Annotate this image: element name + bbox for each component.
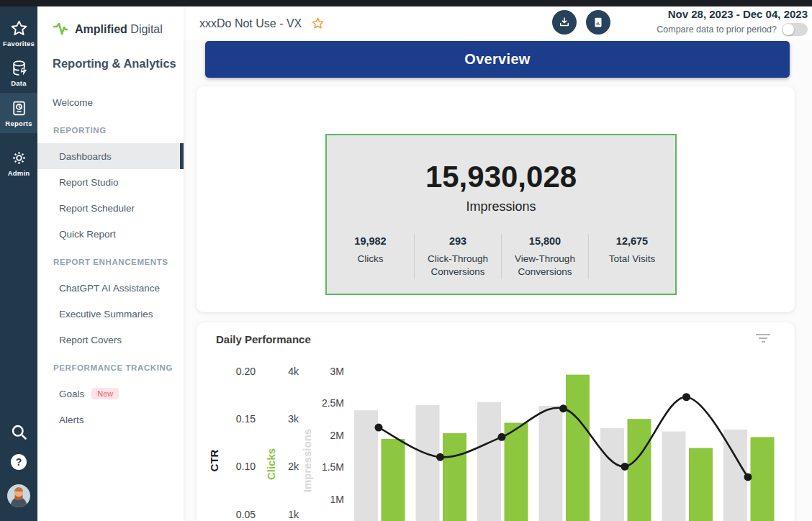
rail-search[interactable] <box>0 422 37 442</box>
report-document-button[interactable] <box>586 10 610 35</box>
metric-value: 12,675 <box>593 235 671 247</box>
brand-name-bold: Amplified <box>75 23 127 35</box>
pulse-logo-icon <box>53 21 71 38</box>
sidebar-menu: WelcomeREPORTINGDashboardsReport StudioR… <box>37 89 184 432</box>
sidebar-item-label: Executive Summaries <box>59 309 153 320</box>
main-content: Overview 15,930,028 Impressions 19,982Cl… <box>184 40 812 521</box>
dashboard-title-row: xxxDo Not Use - VX <box>199 17 325 30</box>
rail-item-label: Favorites <box>3 40 35 47</box>
sidebar-item-report-covers[interactable]: Report Covers <box>37 327 184 353</box>
ctr-point <box>744 473 752 481</box>
clicks-bar <box>382 439 405 521</box>
sidebar-item-quick-report[interactable]: Quick Report <box>37 221 184 247</box>
summary-card: 15,930,028 Impressions 19,982Clicks293Cl… <box>197 86 795 312</box>
brand-name: Amplified Digital <box>75 23 163 36</box>
rail-item-label: Reports <box>5 119 32 127</box>
sidebar-item-label: Dashboards <box>59 151 112 162</box>
star-icon <box>10 19 28 37</box>
metric-view-through-conversions: 15,800View-Through Conversions <box>501 234 588 278</box>
axis-tick: 1.5M <box>322 461 344 473</box>
sidebar-item-label: Report Studio <box>59 177 119 188</box>
dashboard-title: xxxDo Not Use - VX <box>199 17 302 30</box>
metric-clicks: 19,982Clicks <box>327 234 414 278</box>
metric-value: 15,800 <box>506 235 584 247</box>
daily-performance-card: Daily Performance CTR0.200.150.100.05Cli… <box>197 322 795 521</box>
sidebar-section-header: REPORTING <box>37 117 184 143</box>
axis-title-impressions: Impressions <box>301 429 313 492</box>
compare-label: Compare data to prior period? <box>657 24 777 35</box>
metric-label: Click-Through Conversions <box>419 253 497 278</box>
sidebar-item-label: Quick Report <box>59 229 116 240</box>
sidebar-item-welcome[interactable]: Welcome <box>37 89 184 115</box>
daily-performance-plot: CTR0.200.150.100.05Clicks4k3k2k1kImpress… <box>197 322 795 521</box>
axis-tick: 1k <box>288 509 299 520</box>
impressions-bar <box>477 402 501 521</box>
axis-tick: 0.20 <box>236 366 256 377</box>
sidebar-item-label: Welcome <box>53 97 93 108</box>
rail-item-reports[interactable]: Reports <box>0 93 37 133</box>
avatar <box>6 484 31 508</box>
ctr-point <box>559 404 567 412</box>
metric-label: Total Visits <box>593 253 671 266</box>
sidebar-item-goals[interactable]: GoalsNew <box>37 381 184 407</box>
impressions-metric-box: 15,930,028 Impressions 19,982Clicks293Cl… <box>325 134 677 295</box>
sidebar-item-executive-summaries[interactable]: Executive Summaries <box>37 301 184 327</box>
metric-label: Clicks <box>331 253 410 266</box>
sidebar: Amplified Digital Reporting & Analytics … <box>37 6 184 521</box>
help-icon: ? <box>11 454 27 470</box>
toggle-knob <box>782 24 794 35</box>
download-button[interactable] <box>552 10 577 35</box>
clicks-bar <box>689 448 713 521</box>
axis-tick: 4k <box>288 366 299 377</box>
axis-tick: 0.10 <box>236 461 256 472</box>
date-controls: Nov 28, 2023 - Dec 04, 2023 Compare data… <box>657 8 808 36</box>
rail-item-admin[interactable]: Admin <box>0 146 37 184</box>
sidebar-item-dashboards[interactable]: Dashboards <box>37 143 184 169</box>
sidebar-item-label: Alerts <box>59 414 84 425</box>
sidebar-section-header: REPORT ENHANCEMENTS <box>37 249 184 275</box>
sidebar-item-chatgpt-ai-assistance[interactable]: ChatGPT AI Assistance <box>37 275 184 301</box>
axis-tick: 2M <box>330 430 344 441</box>
brand-logo[interactable]: Amplified Digital <box>53 21 163 38</box>
icon-rail: Favorites Data Reports Admin ? <box>0 6 37 521</box>
sidebar-item-report-studio[interactable]: Report Studio <box>37 169 184 195</box>
sidebar-item-label: ChatGPT AI Assistance <box>59 283 160 294</box>
clicks-bar <box>566 375 590 521</box>
sidebar-item-label: Report Scheduler <box>59 203 135 214</box>
rail-help[interactable]: ? <box>0 454 37 470</box>
sidebar-item-report-scheduler[interactable]: Report Scheduler <box>37 195 184 221</box>
impressions-bar <box>354 410 378 521</box>
compare-row: Compare data to prior period? <box>657 23 808 36</box>
date-range[interactable]: Nov 28, 2023 - Dec 04, 2023 <box>657 8 808 20</box>
compare-toggle[interactable] <box>782 23 808 36</box>
search-icon <box>9 422 29 442</box>
metric-click-through-conversions: 293Click-Through Conversions <box>414 234 501 278</box>
axis-tick: 2.5M <box>322 397 344 409</box>
rail-avatar[interactable] <box>0 484 37 508</box>
axis-title-ctr: CTR <box>208 449 220 471</box>
rail-item-label: Data <box>11 79 26 87</box>
rail-item-favorites[interactable]: Favorites <box>0 17 37 54</box>
metric-label: View-Through Conversions <box>506 253 584 278</box>
rail-item-data[interactable]: Data <box>0 56 37 94</box>
window-top-strip <box>0 0 812 6</box>
sidebar-item-label: Goals <box>59 389 84 399</box>
primary-metric-value: 15,930,028 <box>425 161 577 193</box>
brand-name-light: Digital <box>130 23 162 35</box>
axis-tick: 3k <box>288 413 299 425</box>
clicks-bar <box>751 437 775 521</box>
favorite-star-icon[interactable] <box>311 17 325 30</box>
download-icon <box>558 16 571 29</box>
impressions-bar <box>600 428 624 521</box>
database-icon <box>10 59 28 77</box>
ctr-point <box>375 424 383 432</box>
metric-total-visits: 12,675Total Visits <box>588 234 675 278</box>
reports-book-icon <box>10 99 28 117</box>
sidebar-item-label: Report Covers <box>59 335 122 345</box>
gear-icon <box>10 149 28 167</box>
header-actions <box>552 10 610 35</box>
document-chart-icon <box>592 16 605 29</box>
sidebar-item-alerts[interactable]: Alerts <box>37 407 184 432</box>
ctr-point <box>498 433 506 441</box>
ctr-point <box>682 393 690 401</box>
